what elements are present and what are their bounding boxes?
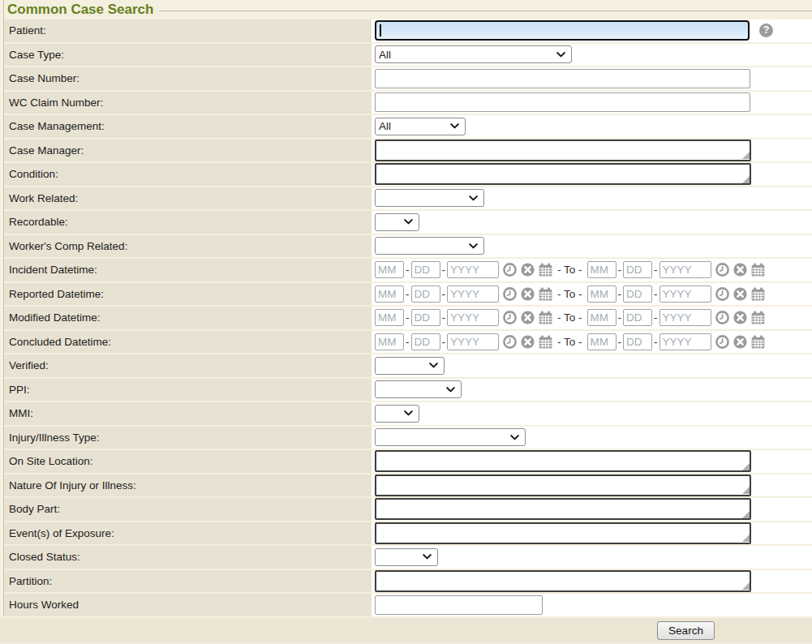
resize-grip-icon[interactable]: [742, 463, 750, 470]
row-verified: Verified:: [4, 354, 812, 377]
chevron-down-icon: [404, 410, 413, 416]
label-wc-claim-number: WC Claim Number:: [4, 92, 372, 114]
clock-icon[interactable]: [503, 311, 517, 324]
label-injury-illness-type: Injury/Illness Type:: [4, 427, 372, 449]
concluded-to-month-input[interactable]: [587, 333, 617, 350]
clear-icon[interactable]: [521, 263, 535, 277]
concluded-from-month-input[interactable]: [375, 333, 404, 350]
clock-icon[interactable]: [503, 335, 517, 349]
incident-from-year-input[interactable]: [447, 261, 499, 278]
incident-to-month-input[interactable]: [587, 261, 617, 278]
label-verified: Verified:: [4, 354, 372, 377]
row-body-part: Body Part:: [4, 498, 812, 521]
wc-claim-number-input[interactable]: [375, 92, 750, 112]
on-site-location-textarea[interactable]: [375, 450, 751, 472]
condition-textarea[interactable]: [375, 163, 751, 185]
concluded-from-day-input[interactable]: [411, 333, 440, 350]
modified-from-day-input[interactable]: [411, 309, 440, 326]
case-manager-textarea[interactable]: [375, 140, 751, 161]
reported-to-year-input[interactable]: [659, 286, 711, 303]
calendar-icon[interactable]: [539, 335, 552, 349]
calendar-icon[interactable]: [751, 335, 765, 349]
help-icon[interactable]: ?: [759, 24, 773, 37]
concluded-to-day-input[interactable]: [623, 333, 652, 350]
resize-grip-icon[interactable]: [742, 511, 750, 518]
partition-textarea[interactable]: [375, 570, 751, 592]
clock-icon[interactable]: [715, 263, 729, 277]
clear-icon[interactable]: [733, 287, 747, 301]
modified-to-month-input[interactable]: [587, 309, 617, 326]
nature-of-injury-textarea[interactable]: [375, 474, 751, 496]
incident-to-year-input[interactable]: [659, 261, 711, 278]
row-case-type: Case Type: All: [4, 44, 812, 67]
case-management-select[interactable]: All: [375, 118, 466, 135]
calendar-icon[interactable]: [751, 311, 765, 324]
ppi-select[interactable]: [375, 380, 462, 398]
row-injury-illness-type: Injury/Illness Type:: [4, 427, 812, 449]
clock-icon[interactable]: [715, 335, 729, 349]
clock-icon[interactable]: [503, 263, 517, 277]
label-partition: Partition:: [4, 570, 372, 593]
case-type-select[interactable]: All: [375, 45, 572, 63]
resize-grip-icon[interactable]: [742, 487, 750, 494]
date-separator: -: [406, 336, 410, 348]
row-hours-worked: Hours Worked: [4, 594, 812, 616]
case-number-input[interactable]: [375, 69, 750, 88]
clock-icon[interactable]: [715, 311, 729, 324]
modified-to-day-input[interactable]: [623, 309, 652, 326]
row-nature-of-injury: Nature Of Injury or Illness:: [4, 474, 812, 497]
clear-icon[interactable]: [733, 311, 747, 324]
reported-from-month-input[interactable]: [375, 286, 404, 303]
reported-from-year-input[interactable]: [447, 286, 499, 303]
resize-grip-icon[interactable]: [742, 152, 750, 159]
calendar-icon[interactable]: [539, 263, 552, 277]
clear-icon[interactable]: [733, 263, 747, 277]
hours-worked-input[interactable]: [375, 595, 543, 615]
row-workers-comp-related: Worker's Comp Related:: [4, 235, 812, 258]
resize-grip-icon[interactable]: [742, 176, 750, 183]
label-events-of-exposure: Event(s) of Exposure:: [4, 522, 372, 545]
recordable-select[interactable]: [375, 213, 419, 231]
reported-from-day-input[interactable]: [411, 286, 440, 303]
body-part-textarea[interactable]: [375, 498, 751, 520]
chevron-down-icon: [429, 363, 438, 368]
chevron-down-icon: [469, 243, 478, 249]
calendar-icon[interactable]: [539, 287, 552, 301]
incident-from-day-input[interactable]: [411, 261, 440, 278]
modified-from-year-input[interactable]: [447, 309, 499, 326]
clock-icon[interactable]: [503, 287, 517, 301]
row-modified-datetime: Modified Datetime: -- - To - --: [4, 307, 812, 329]
range-separator: - To -: [557, 336, 582, 348]
calendar-icon[interactable]: [539, 311, 552, 324]
modified-to-year-input[interactable]: [659, 309, 711, 326]
mmi-select[interactable]: [375, 405, 419, 423]
work-related-select[interactable]: [375, 189, 484, 207]
clear-icon[interactable]: [521, 335, 535, 349]
patient-input[interactable]: [375, 20, 750, 41]
search-button[interactable]: Search: [657, 621, 715, 640]
injury-illness-type-select[interactable]: [375, 428, 526, 446]
concluded-to-year-input[interactable]: [659, 333, 711, 350]
clock-icon[interactable]: [715, 287, 729, 301]
incident-to-day-input[interactable]: [623, 261, 652, 278]
closed-status-select[interactable]: [375, 548, 438, 566]
date-separator: -: [442, 311, 446, 324]
resize-grip-icon[interactable]: [742, 582, 750, 590]
modified-from-month-input[interactable]: [375, 309, 404, 326]
workers-comp-related-select[interactable]: [375, 237, 484, 255]
events-of-exposure-textarea[interactable]: [375, 522, 751, 544]
calendar-icon[interactable]: [751, 263, 765, 277]
reported-to-day-input[interactable]: [623, 286, 652, 303]
label-case-type: Case Type:: [4, 44, 372, 67]
reported-to-month-input[interactable]: [587, 286, 617, 303]
clear-icon[interactable]: [733, 335, 747, 349]
concluded-from-year-input[interactable]: [447, 333, 499, 350]
clear-icon[interactable]: [521, 287, 535, 301]
chevron-down-icon: [423, 554, 432, 560]
clear-icon[interactable]: [521, 311, 535, 324]
calendar-icon[interactable]: [751, 287, 765, 301]
incident-from-month-input[interactable]: [375, 261, 404, 278]
resize-grip-icon[interactable]: [742, 535, 750, 542]
chevron-down-icon: [450, 123, 459, 129]
verified-select[interactable]: [375, 357, 445, 375]
